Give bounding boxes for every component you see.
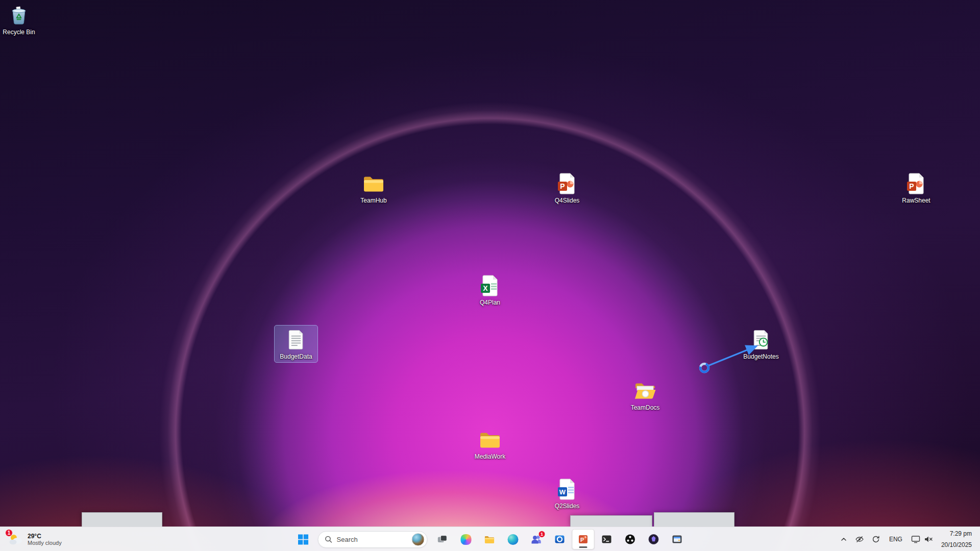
taskbar-button-powerpoint[interactable]: P [572,529,595,549]
weather-condition: Mostly cloudy [28,540,62,546]
taskbar: 1 29°C Mostly cloudy [0,527,980,551]
taskbar-button-teams[interactable]: 1 [525,529,548,549]
icon-label: BudgetNotes [743,354,778,361]
weather-widget[interactable]: 1 29°C Mostly cloudy [3,529,67,550]
document-clock-icon [749,328,773,352]
icon-label: Q4Slides [555,197,580,205]
background-window-strip-2[interactable] [570,515,652,527]
taskbar-button-edge[interactable] [502,529,524,549]
icon-label: BudgetData [280,354,312,361]
system-tray-icons[interactable] [908,529,936,549]
display-icon [911,535,920,543]
file-explorer-icon [483,534,495,545]
desktop-icon-budgetdata[interactable]: BudgetData [275,325,317,362]
icon-label: TeamDocs [631,405,660,412]
tray-sync-button[interactable] [868,529,884,549]
svg-text:X: X [483,284,488,292]
window-app-icon [672,534,683,545]
taskbar-button-dark-app[interactable] [643,529,665,549]
icon-label: Q4Plan [480,299,500,307]
desktop-icon-q4plan[interactable]: X Q4Plan [469,271,511,308]
tray-eye-off-button[interactable] [852,529,867,549]
icon-label: TeamHub [360,197,386,205]
svg-text:P: P [580,537,584,543]
icon-label: Recycle Bin [3,29,35,36]
desktop-icon-teamdocs[interactable]: TeamDocs [624,377,667,413]
svg-text:P: P [909,182,914,190]
desktop-icon-rawsheet[interactable]: P RawSheet [895,169,938,206]
powerpoint-file-icon: P [904,171,928,196]
copilot-icon [460,534,471,545]
desktop-icon-q4slides[interactable]: P Q4Slides [546,169,589,206]
background-window-strip-3[interactable] [654,512,734,527]
clock-date: 20/10/2025 [941,541,972,549]
folder-icon [361,171,386,196]
weather-badge: 1 [5,529,13,537]
background-window-strip-1[interactable] [82,512,162,527]
desktop-icon-budgetnotes[interactable]: BudgetNotes [740,325,782,362]
volume-muted-icon [924,535,933,543]
recycle-bin-icon [7,3,31,28]
tray-chevron-button[interactable] [837,529,851,549]
taskbar-button-obs[interactable] [619,529,642,549]
word-file-icon: W [555,477,579,502]
desktop-icon-teamhub[interactable]: TeamHub [352,169,395,206]
clock[interactable]: 7:29 pm 20/10/2025 [937,529,978,549]
document-icon [284,328,308,352]
clock-time: 7:29 pm [950,530,972,538]
weather-temp: 29°C [28,533,62,540]
folder-open-icon [633,379,657,403]
taskbar-button-outlook[interactable] [549,529,571,549]
edge-icon [507,534,518,545]
chevron-up-icon [840,535,848,543]
folder-icon [478,428,502,452]
language-switcher[interactable]: ENG [885,529,907,549]
eye-off-icon [855,535,864,544]
taskbar-button-window-app[interactable] [666,529,689,549]
teams-badge: 1 [538,531,546,538]
taskbar-button-copilot[interactable] [455,529,477,549]
taskbar-button-file-explorer[interactable] [478,529,501,549]
start-button[interactable] [292,529,314,549]
outlook-icon [554,534,566,545]
desktop-icon-q2slides[interactable]: W Q2Slides [546,475,589,512]
powerpoint-icon: P [578,534,589,545]
terminal-icon [601,534,612,545]
svg-text:W: W [559,488,566,496]
search-icon [325,535,333,543]
windows-logo-icon [298,534,308,545]
taskbar-button-terminal[interactable] [596,529,618,549]
obs-studio-icon [625,534,636,545]
svg-text:P: P [560,182,565,190]
icon-label: Q2Slides [555,503,580,510]
desktop-icon-mediawork[interactable]: MediaWork [469,425,511,462]
powerpoint-file-icon: P [555,171,579,196]
search-daily-image[interactable] [412,533,425,546]
excel-file-icon: X [478,273,502,298]
desktop-screen: Recycle Bin TeamHub P Q4Slides [0,0,980,551]
icon-label: RawSheet [902,197,930,205]
sync-icon [871,535,880,544]
desktop-icon-recycle-bin[interactable]: Recycle Bin [0,1,40,38]
dark-circle-app-icon [648,534,659,545]
taskbar-button-task-view[interactable] [431,529,454,549]
icon-label: MediaWork [475,454,505,461]
search-box[interactable]: Search [318,531,428,548]
search-label: Search [337,536,408,543]
task-view-icon [437,534,448,545]
